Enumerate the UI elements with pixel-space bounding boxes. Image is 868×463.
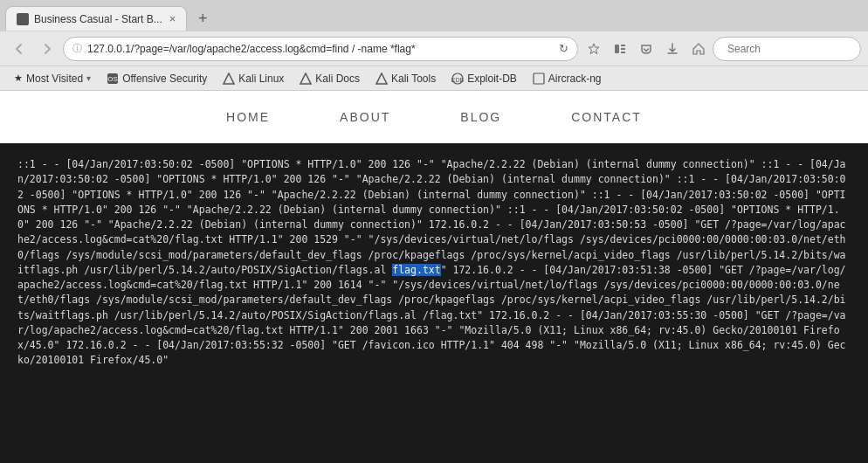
search-bar[interactable]	[713, 37, 861, 61]
svg-rect-2	[621, 48, 625, 50]
pocket-icon	[639, 42, 653, 56]
forward-button[interactable]	[35, 37, 59, 61]
log-text-after: " 172.16.0.2 - - [04/Jan/2017:03:51:38 -…	[17, 264, 846, 367]
home-icon	[692, 42, 706, 56]
url-bar[interactable]: ⓘ ↻	[63, 37, 578, 61]
svg-marker-10	[376, 73, 387, 84]
bookmark-kali-linux[interactable]: Kali Linux	[216, 70, 291, 86]
bookmark-icon-most-visited: ★	[14, 73, 23, 84]
pocket-button[interactable]	[634, 37, 658, 61]
log-highlight: flag.txt	[392, 264, 440, 276]
bookmark-label-offensive-security: Offensive Security	[122, 73, 207, 85]
log-text-before: ::1 - - [04/Jan/2017:03:50:02 -0500] "OP…	[17, 158, 846, 276]
bookmark-icon-kali-linux	[223, 72, 235, 84]
bookmark-label-aircrack-ng: Aircrack-ng	[548, 73, 602, 85]
reader-view-button[interactable]	[608, 37, 632, 61]
home-button[interactable]	[686, 37, 711, 61]
bookmark-exploit-db[interactable]: EDB Exploit-DB	[444, 70, 524, 86]
navigation-bar: ⓘ ↻	[0, 31, 868, 66]
nav-item-blog[interactable]: BLOG	[425, 94, 536, 140]
search-input[interactable]	[727, 43, 858, 55]
url-input[interactable]	[87, 43, 554, 55]
bookmark-arrow-most-visited: ▾	[86, 73, 91, 83]
bookmark-label-kali-docs: Kali Docs	[315, 73, 360, 85]
forward-icon	[40, 42, 54, 56]
active-tab[interactable]: Business Casual - Start B... ×	[5, 6, 187, 31]
site-navigation: HOME ABOUT BLOG CONTACT	[0, 91, 868, 143]
new-tab-button[interactable]: +	[190, 6, 215, 31]
download-button[interactable]	[660, 37, 685, 61]
tab-bar: Business Casual - Start B... × +	[0, 0, 868, 31]
nav-item-about[interactable]: ABOUT	[305, 94, 425, 140]
bookmark-kali-tools[interactable]: Kali Tools	[369, 70, 443, 86]
svg-text:OS: OS	[107, 75, 118, 83]
bookmark-kali-docs[interactable]: Kali Docs	[293, 70, 367, 86]
download-icon	[665, 42, 679, 56]
reload-button[interactable]: ↻	[559, 42, 568, 55]
bookmark-most-visited[interactable]: ★ Most Visited ▾	[7, 71, 98, 86]
back-icon	[12, 42, 26, 56]
star-icon	[587, 42, 601, 56]
bookmark-star-button[interactable]	[582, 37, 606, 61]
log-output: ::1 - - [04/Jan/2017:03:50:02 -0500] "OP…	[0, 143, 868, 463]
svg-rect-0	[615, 45, 619, 53]
nav-right-buttons	[582, 37, 861, 61]
bookmark-icon-aircrack-ng	[533, 72, 545, 84]
svg-rect-1	[621, 45, 625, 46]
tab-title: Business Casual - Start B...	[34, 13, 162, 25]
bookmark-label-kali-linux: Kali Linux	[238, 73, 284, 85]
tab-close-button[interactable]: ×	[169, 13, 176, 24]
svg-text:EDB: EDB	[451, 76, 464, 82]
bookmark-icon-exploit-db: EDB	[451, 72, 464, 84]
nav-item-home[interactable]: HOME	[191, 94, 305, 140]
bookmark-aircrack-ng[interactable]: Aircrack-ng	[526, 70, 609, 86]
bookmark-label-kali-tools: Kali Tools	[391, 73, 436, 85]
info-icon: ⓘ	[72, 42, 82, 55]
bookmarks-bar: ★ Most Visited ▾ OS Offensive Security K…	[0, 66, 868, 91]
website-content: HOME ABOUT BLOG CONTACT ::1 - - [04/Jan/…	[0, 91, 868, 463]
bookmark-icon-offensive-security: OS	[107, 72, 119, 84]
bookmark-label-most-visited: Most Visited	[26, 73, 83, 85]
bookmark-label-exploit-db: Exploit-DB	[467, 73, 517, 85]
svg-marker-8	[224, 73, 234, 84]
tab-favicon	[17, 13, 29, 25]
back-button[interactable]	[7, 37, 31, 61]
svg-marker-9	[300, 73, 311, 84]
reader-icon	[613, 42, 627, 56]
nav-item-contact[interactable]: CONTACT	[536, 94, 677, 140]
bookmark-offensive-security[interactable]: OS Offensive Security	[100, 70, 214, 86]
bookmark-icon-kali-docs	[300, 72, 312, 84]
bookmark-icon-kali-tools	[375, 72, 388, 84]
svg-rect-3	[621, 52, 625, 53]
svg-rect-13	[534, 73, 544, 84]
